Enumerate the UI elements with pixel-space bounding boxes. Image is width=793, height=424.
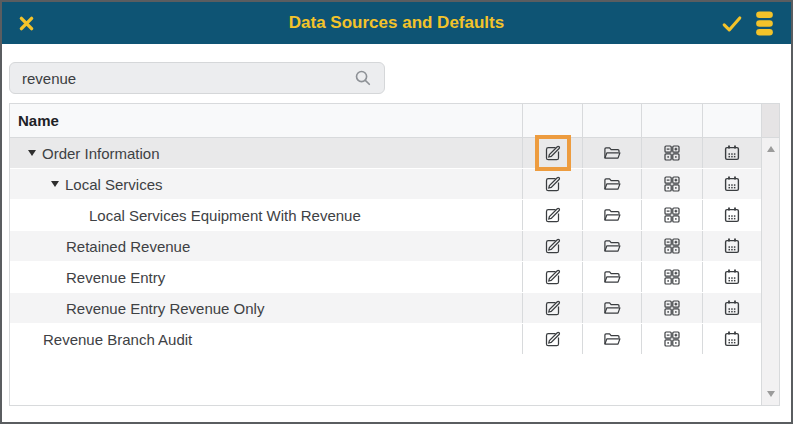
data-sources-grid: Name Order Information: [9, 103, 780, 406]
dialog-titlebar: Data Sources and Defaults: [2, 2, 791, 44]
grid-icon: [662, 236, 682, 256]
search-button[interactable]: [354, 69, 372, 87]
close-button[interactable]: [18, 15, 35, 32]
edit-action-cell: [522, 231, 582, 261]
folder-open-action-cell: [582, 169, 641, 199]
confirm-check-icon: [721, 14, 743, 33]
folder-open-button[interactable]: [598, 263, 626, 291]
calendar-action-cell: [702, 293, 761, 323]
column-header-folder: [582, 104, 641, 137]
grid-body: Order Information Local Services: [10, 138, 761, 405]
row-name-cell: Revenue Branch Audit: [10, 324, 522, 354]
row-name-cell: Retained Revenue: [10, 231, 522, 261]
grid-icon: [662, 267, 682, 287]
grid-action-cell: [641, 262, 702, 292]
calendar-action-cell: [702, 169, 761, 199]
column-header-grid: [641, 104, 702, 137]
folder-open-button[interactable]: [598, 232, 626, 260]
folder-open-button[interactable]: [598, 170, 626, 198]
calendar-action-cell: [702, 262, 761, 292]
edit-button[interactable]: [539, 170, 567, 198]
grid-button[interactable]: [658, 139, 686, 167]
row-label: Local Services: [65, 176, 163, 193]
calendar-button[interactable]: [718, 170, 746, 198]
calendar-button[interactable]: [718, 139, 746, 167]
folder-open-icon: [602, 329, 622, 349]
edit-button[interactable]: [539, 201, 567, 229]
table-row[interactable]: Local Services: [10, 169, 761, 200]
grid-button[interactable]: [658, 232, 686, 260]
calendar-button[interactable]: [718, 232, 746, 260]
folder-open-action-cell: [582, 293, 641, 323]
grid-button[interactable]: [658, 201, 686, 229]
grid-action-cell: [641, 293, 702, 323]
table-row[interactable]: Revenue Branch Audit: [10, 324, 761, 355]
grid-action-cell: [641, 324, 702, 354]
calendar-action-cell: [702, 138, 761, 168]
close-icon: [18, 15, 35, 32]
row-label: Retained Revenue: [66, 238, 190, 255]
search-input[interactable]: [22, 70, 354, 87]
vertical-scrollbar[interactable]: [761, 138, 779, 405]
grid-icon: [662, 329, 682, 349]
edit-icon: [543, 205, 563, 225]
grid-button[interactable]: [658, 325, 686, 353]
edit-action-cell: [522, 200, 582, 230]
grid-header: Name: [10, 104, 779, 138]
row-name-cell: Revenue Entry Revenue Only: [10, 293, 522, 323]
edit-button-highlighted[interactable]: [535, 135, 571, 171]
row-name-cell: Order Information: [10, 138, 522, 168]
data-sources-button[interactable]: [754, 11, 775, 36]
table-row[interactable]: Local Services Equipment With Revenue: [10, 200, 761, 231]
calendar-icon: [722, 329, 742, 349]
table-row[interactable]: Order Information: [10, 138, 761, 169]
scrollbar-header-filler: [761, 104, 779, 137]
folder-open-action-cell: [582, 200, 641, 230]
calendar-button[interactable]: [718, 201, 746, 229]
grid-icon: [662, 298, 682, 318]
calendar-button[interactable]: [718, 294, 746, 322]
folder-open-action-cell: [582, 231, 641, 261]
table-row[interactable]: Revenue Entry Revenue Only: [10, 293, 761, 324]
edit-button[interactable]: [539, 263, 567, 291]
calendar-button[interactable]: [718, 325, 746, 353]
table-row[interactable]: Revenue Entry: [10, 262, 761, 293]
edit-action-cell: [522, 138, 582, 168]
grid-button[interactable]: [658, 263, 686, 291]
grid-icon: [662, 143, 682, 163]
edit-action-cell: [522, 262, 582, 292]
grid-button[interactable]: [658, 294, 686, 322]
grid-button[interactable]: [658, 170, 686, 198]
calendar-icon: [722, 205, 742, 225]
edit-button[interactable]: [539, 232, 567, 260]
grid-action-cell: [641, 200, 702, 230]
edit-button[interactable]: [539, 325, 567, 353]
row-label: Revenue Branch Audit: [43, 331, 192, 348]
edit-button[interactable]: [539, 294, 567, 322]
calendar-icon: [722, 267, 742, 287]
folder-open-action-cell: [582, 324, 641, 354]
row-label: Order Information: [42, 145, 160, 162]
scroll-down-arrow-icon[interactable]: [767, 391, 775, 397]
column-header-name[interactable]: Name: [10, 104, 522, 137]
confirm-button[interactable]: [721, 14, 743, 33]
folder-open-button[interactable]: [598, 201, 626, 229]
scroll-up-arrow-icon[interactable]: [767, 146, 775, 152]
edit-action-cell: [522, 324, 582, 354]
calendar-action-cell: [702, 200, 761, 230]
edit-icon: [543, 143, 563, 163]
folder-open-button[interactable]: [598, 294, 626, 322]
table-row[interactable]: Retained Revenue: [10, 231, 761, 262]
calendar-icon: [722, 143, 742, 163]
calendar-icon: [722, 236, 742, 256]
grid-icon: [662, 205, 682, 225]
expand-caret-icon[interactable]: [28, 150, 36, 156]
edit-action-cell: [522, 293, 582, 323]
grid-icon: [662, 174, 682, 194]
calendar-button[interactable]: [718, 263, 746, 291]
folder-open-action-cell: [582, 138, 641, 168]
folder-open-button[interactable]: [598, 139, 626, 167]
expand-caret-icon[interactable]: [51, 181, 59, 187]
row-label: Revenue Entry Revenue Only: [66, 300, 264, 317]
folder-open-button[interactable]: [598, 325, 626, 353]
